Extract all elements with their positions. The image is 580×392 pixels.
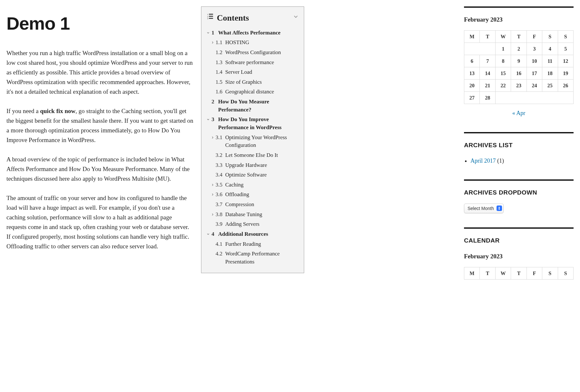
- toc-item-number: 1.5: [216, 78, 225, 86]
- toc-item[interactable]: 4.1Further Reading: [207, 239, 299, 249]
- calendar-caption: February 2023: [464, 252, 574, 267]
- calendar-weekday: W: [495, 31, 511, 43]
- archives-list-widget: ARCHIVES LIST April 2017 (1): [464, 132, 574, 165]
- svg-rect-4: [209, 16, 213, 17]
- calendar-day[interactable]: 5: [558, 43, 573, 55]
- svg-rect-3: [209, 14, 213, 15]
- calendar-weekday: T: [480, 31, 495, 43]
- calendar-day[interactable]: 22: [495, 80, 511, 92]
- calendar-weekday: T: [511, 31, 527, 43]
- article-paragraph: Whether you run a high traffic WordPress…: [6, 48, 193, 97]
- calendar-day[interactable]: 27: [464, 92, 480, 104]
- calendar-day[interactable]: 13: [464, 67, 480, 80]
- toc-item-label: Database Tuning: [225, 211, 299, 219]
- toc-item[interactable]: 3.1Optimizing Your WordPress Configurati…: [207, 133, 299, 150]
- calendar-day[interactable]: 12: [558, 55, 573, 67]
- calendar-day[interactable]: 26: [558, 80, 573, 92]
- toc-title: Contents: [217, 11, 249, 25]
- calendar-weekday: W: [495, 267, 511, 279]
- toc-item[interactable]: 3.8Database Tuning: [207, 210, 299, 220]
- archives-link[interactable]: April 2017: [470, 158, 496, 164]
- calendar-day[interactable]: 8: [495, 55, 511, 67]
- calendar-day[interactable]: 7: [480, 55, 495, 67]
- chevron-right-icon[interactable]: [211, 181, 216, 188]
- calendar-day[interactable]: 24: [527, 80, 542, 92]
- chevron-down-icon[interactable]: [207, 230, 211, 237]
- calendar-weekday: M: [464, 31, 480, 43]
- chevron-right-icon[interactable]: [211, 39, 216, 46]
- calendar-day[interactable]: 6: [464, 55, 480, 67]
- article-paragraph: The amount of traffic on your server and…: [6, 193, 193, 251]
- toc-item[interactable]: 3.9Adding Servers: [207, 219, 299, 229]
- chevron-right-icon[interactable]: [211, 211, 216, 218]
- calendar-weekday: S: [542, 267, 558, 279]
- toc-item-number: 3.7: [216, 201, 225, 209]
- chevron-down-icon[interactable]: [293, 13, 299, 23]
- chevron-down-icon[interactable]: [207, 29, 211, 36]
- calendar-day[interactable]: 2: [511, 43, 527, 55]
- calendar-day[interactable]: 20: [464, 80, 480, 92]
- toc-arrow-spacer: [211, 201, 216, 203]
- calendar-day[interactable]: 16: [511, 67, 527, 80]
- calendar-day[interactable]: 11: [542, 55, 558, 67]
- calendar-day[interactable]: 4: [542, 43, 558, 55]
- calendar-day[interactable]: 17: [527, 67, 542, 80]
- calendar-day[interactable]: 21: [480, 80, 495, 92]
- calendar-day[interactable]: 14: [480, 67, 495, 80]
- toc-item[interactable]: 1.4Server Load: [207, 67, 299, 77]
- calendar-day[interactable]: 15: [495, 67, 511, 80]
- calendar-day[interactable]: 1: [495, 43, 511, 55]
- calendar-weekday: F: [527, 31, 542, 43]
- svg-text:3: 3: [207, 18, 208, 20]
- toc-item[interactable]: 4Additional Resources: [207, 229, 299, 239]
- toc-arrow-spacer: [207, 98, 211, 100]
- toc-item[interactable]: 3How Do You Improve Performance in WordP…: [207, 115, 299, 132]
- toc-item-number: 3: [211, 116, 218, 124]
- calendar-weekday: S: [558, 31, 573, 43]
- toc-item[interactable]: 1What Affects Performance: [207, 28, 299, 38]
- calendar-day[interactable]: 18: [542, 67, 558, 80]
- toc-item-number: 4.2: [216, 250, 225, 258]
- toc-item-label: Adding Servers: [225, 220, 299, 228]
- toc-item-label: Offloading: [225, 191, 299, 199]
- calendar-weekday: T: [480, 267, 495, 279]
- calendar-day[interactable]: 10: [527, 55, 542, 67]
- calendar-day[interactable]: 3: [527, 43, 542, 55]
- toc-item[interactable]: 1.6Geographical distance: [207, 87, 299, 97]
- toc-arrow-spacer: [211, 240, 216, 242]
- toc-item[interactable]: 1.5Size of Graphics: [207, 77, 299, 87]
- toc-item[interactable]: 3.3Upgrade Hardware: [207, 160, 299, 170]
- archives-select[interactable]: Select Month ▲▼: [464, 204, 504, 213]
- toc-item-number: 3.8: [216, 211, 225, 219]
- toc-item-number: 3.9: [216, 220, 225, 228]
- calendar-widget-title: CALENDAR: [464, 236, 574, 245]
- toc-arrow-spacer: [211, 151, 216, 153]
- calendar-day[interactable]: 9: [511, 55, 527, 67]
- toc-item[interactable]: 3.6Offloading: [207, 190, 299, 200]
- toc-item[interactable]: 1.3Software performance: [207, 58, 299, 68]
- toc-arrow-spacer: [211, 49, 216, 51]
- calendar-day[interactable]: 28: [480, 92, 495, 104]
- calendar-prev-link[interactable]: « Apr: [512, 110, 526, 116]
- toc-item[interactable]: 3.5Caching: [207, 180, 299, 190]
- toc-item-number: 1.3: [216, 59, 225, 67]
- toc-item[interactable]: 3.4Optimize Software: [207, 170, 299, 180]
- calendar-day[interactable]: 19: [558, 67, 573, 80]
- calendar-empty-cell: [495, 92, 573, 104]
- toc-item-number: 1.2: [216, 49, 225, 57]
- chevron-right-icon[interactable]: [211, 191, 216, 198]
- toc-item[interactable]: 3.7Compression: [207, 200, 299, 210]
- toc-item[interactable]: 1.2WordPress Configuration: [207, 48, 299, 58]
- toc-item[interactable]: 4.2WordCamp Performance Presentations: [207, 249, 299, 267]
- calendar-day[interactable]: 25: [542, 80, 558, 92]
- toc-item[interactable]: 3.2Let Someone Else Do It: [207, 150, 299, 160]
- toc-item-label: Let Someone Else Do It: [225, 151, 299, 159]
- toc-item[interactable]: 2How Do You Measure Performance?: [207, 97, 299, 115]
- chevron-down-icon[interactable]: [207, 116, 211, 123]
- chevron-right-icon[interactable]: [211, 134, 216, 141]
- toc-arrow-spacer: [211, 171, 216, 173]
- toc-item[interactable]: 1.1HOSTING: [207, 38, 299, 48]
- table-of-contents: 1 2 3 Contents: [201, 6, 304, 273]
- toc-item-label: HOSTING: [225, 39, 299, 47]
- calendar-day[interactable]: 23: [511, 80, 527, 92]
